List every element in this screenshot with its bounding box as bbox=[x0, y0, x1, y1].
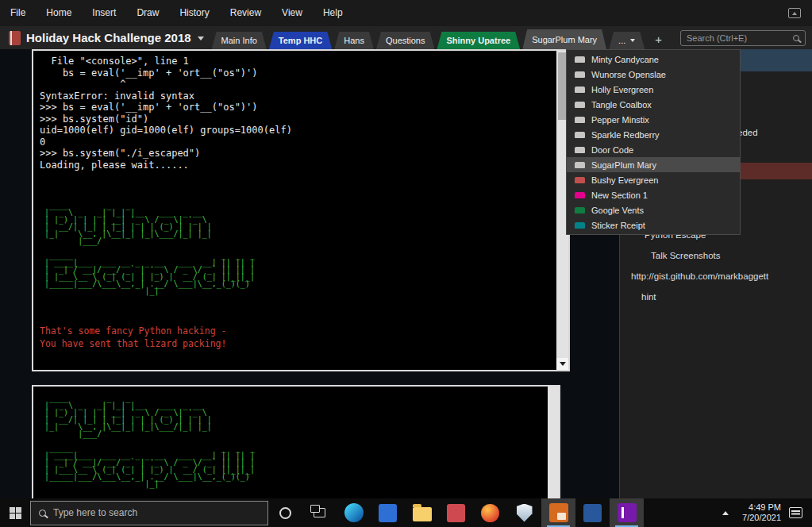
blue-app-button-2[interactable] bbox=[575, 498, 610, 527]
dropdown-item-new-section-1[interactable]: New Section 1 bbox=[567, 187, 740, 202]
edge-icon bbox=[344, 503, 364, 522]
dropdown-item-sparkle-redberry[interactable]: Sparkle Redberry bbox=[567, 127, 740, 142]
action-center-icon[interactable] bbox=[789, 507, 802, 518]
tab-label: Main Info bbox=[221, 36, 257, 45]
page-item-talk-screenshots[interactable]: Talk Screenshots bbox=[620, 248, 812, 264]
dropdown-item-wunorse-openslae[interactable]: Wunorse Openslae bbox=[567, 67, 740, 82]
section-tab-icon bbox=[575, 207, 585, 213]
terminal-scrollbar[interactable] bbox=[548, 387, 559, 498]
dropdown-item-sticker-rceipt[interactable]: Sticker Rceipt bbox=[567, 217, 740, 233]
edge-button[interactable] bbox=[337, 498, 371, 527]
dropdown-item-pepper-minstix[interactable]: Pepper Minstix bbox=[567, 112, 740, 127]
section-tab-icon bbox=[575, 132, 585, 138]
clock-date: 7/20/2021 bbox=[742, 513, 781, 523]
blue-app-button[interactable] bbox=[371, 498, 405, 527]
dropdown-item-tangle-coalbox[interactable]: Tangle Coalbox bbox=[567, 97, 740, 112]
dropdown-item-minty-candycane[interactable]: Minty Candycane bbox=[567, 52, 740, 67]
page-item-gist-link[interactable]: http://gist.github.com/markbaggett bbox=[620, 268, 812, 285]
chevron-down-icon bbox=[630, 39, 635, 42]
search-icon bbox=[39, 510, 46, 517]
page-content: File "<console>", line 1 bs = eval('__im… bbox=[0, 49, 619, 498]
section-list-dropdown: Minty Candycane Wunorse Openslae Holly E… bbox=[566, 49, 741, 235]
menu-file[interactable]: File bbox=[0, 0, 36, 26]
taskbar: Type here to search 4:49 PM 7/20/2021 bbox=[0, 498, 812, 527]
notebook-icon bbox=[9, 31, 21, 45]
notebook-search-input[interactable]: Search (Ctrl+E) bbox=[680, 30, 806, 46]
dropdown-item-label: New Section 1 bbox=[591, 190, 648, 200]
section-tab-icon bbox=[575, 162, 585, 168]
section-tab-icon bbox=[575, 56, 585, 63]
dropdown-item-label: Sticker Rceipt bbox=[591, 221, 645, 230]
ribbon-display-options-icon[interactable] bbox=[788, 8, 801, 18]
shield-app-button[interactable] bbox=[507, 498, 541, 527]
onenote-button[interactable] bbox=[610, 498, 644, 527]
menu-insert[interactable]: Insert bbox=[82, 0, 126, 26]
start-button[interactable] bbox=[0, 498, 30, 527]
onenote-icon bbox=[618, 503, 637, 522]
menu-help[interactable]: Help bbox=[313, 0, 353, 26]
section-tab-icon bbox=[575, 147, 585, 153]
tab-label: SugarPlum Mary bbox=[532, 35, 597, 44]
terminal-output: File "<console>", line 1 bs = eval('__im… bbox=[40, 56, 292, 171]
section-tab-icon bbox=[575, 222, 585, 229]
file-explorer-button[interactable] bbox=[405, 498, 439, 527]
outlook-button[interactable] bbox=[541, 498, 575, 527]
shield-icon bbox=[517, 504, 533, 522]
section-tab-icon bbox=[575, 71, 585, 78]
clock-time: 4:49 PM bbox=[742, 502, 781, 513]
tab-sugarplum-mary[interactable]: SugarPlum Mary bbox=[522, 29, 606, 49]
terminal-success-message: That's some fancy Python hacking - You h… bbox=[40, 325, 226, 350]
taskbar-search-input[interactable]: Type here to search bbox=[30, 501, 268, 525]
tab-shinny-upatree[interactable]: Shinny Upatree bbox=[437, 32, 520, 49]
dropdown-item-door-code[interactable]: Door Code bbox=[567, 142, 740, 157]
dropdown-item-bushy-evergreen[interactable]: Bushy Evergreen bbox=[567, 172, 740, 187]
menu-view[interactable]: View bbox=[271, 0, 313, 26]
notebook-dropdown-caret-icon[interactable] bbox=[198, 37, 204, 40]
task-view-button[interactable] bbox=[302, 498, 337, 527]
dropdown-item-label: SugarPlum Mary bbox=[591, 160, 656, 170]
tab-temp-hhc[interactable]: Temp HHC bbox=[269, 32, 332, 49]
page-item-hint[interactable]: hint bbox=[620, 289, 812, 306]
cortana-button[interactable] bbox=[268, 498, 302, 527]
dropdown-item-sugarplum-mary[interactable]: SugarPlum Mary bbox=[567, 157, 740, 172]
dropdown-item-holly-evergreen[interactable]: Holly Evergreen bbox=[567, 82, 740, 97]
menu-history[interactable]: History bbox=[169, 0, 219, 26]
show-hidden-icons-button[interactable] bbox=[714, 498, 737, 527]
section-tab-icon bbox=[575, 87, 585, 93]
tab-label: ... bbox=[618, 36, 625, 45]
tab-label: Temp HHC bbox=[279, 36, 322, 45]
tab-hans[interactable]: Hans bbox=[334, 32, 374, 49]
dropdown-item-label: Pepper Minstix bbox=[591, 115, 649, 125]
menu-home[interactable]: Home bbox=[36, 0, 82, 26]
task-view-icon bbox=[314, 508, 325, 517]
taskbar-clock[interactable]: 4:49 PM 7/20/2021 bbox=[742, 502, 781, 523]
dropdown-item-label: Holly Evergreen bbox=[591, 85, 653, 94]
cortana-icon bbox=[279, 507, 291, 519]
chevron-up-icon bbox=[722, 511, 729, 515]
terminal-screenshot-1: File "<console>", line 1 bs = eval('__im… bbox=[32, 49, 570, 371]
tab-more-sections[interactable]: ... bbox=[609, 32, 645, 49]
windows-logo-icon bbox=[10, 507, 21, 519]
tab-main-info[interactable]: Main Info bbox=[212, 32, 267, 49]
orange-ball-app-button[interactable] bbox=[473, 498, 507, 527]
section-tab-icon bbox=[575, 117, 585, 123]
dropdown-item-label: Wunorse Openslae bbox=[591, 70, 666, 79]
menu-review[interactable]: Review bbox=[220, 0, 271, 26]
section-tab-icon bbox=[575, 177, 585, 183]
dropdown-item-label: Tangle Coalbox bbox=[591, 100, 652, 110]
menu-draw[interactable]: Draw bbox=[126, 0, 169, 26]
red-app-button[interactable] bbox=[439, 498, 473, 527]
tab-label: Shinny Upatree bbox=[446, 36, 510, 45]
taskbar-search-placeholder: Type here to search bbox=[53, 507, 137, 518]
tab-questions[interactable]: Questions bbox=[376, 32, 435, 49]
notebook-title[interactable]: Holiday Hack Challenge 2018 bbox=[26, 31, 191, 44]
blue-app-icon bbox=[379, 504, 397, 522]
dropdown-item-google-vents[interactable]: Google Vents bbox=[567, 202, 740, 217]
search-icon bbox=[793, 35, 799, 41]
outlook-icon bbox=[549, 503, 568, 522]
orange-ball-icon bbox=[481, 504, 499, 522]
section-tab-icon bbox=[575, 102, 585, 108]
tab-label: Hans bbox=[344, 36, 364, 45]
scrollbar-down-arrow-icon[interactable] bbox=[556, 358, 568, 370]
add-section-button[interactable]: + bbox=[647, 29, 670, 49]
